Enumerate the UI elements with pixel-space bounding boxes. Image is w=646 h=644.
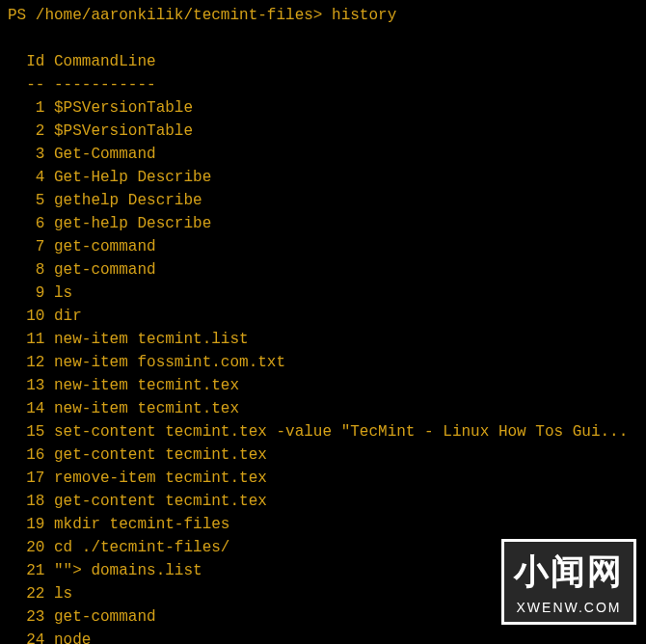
history-entry: 17 remove-item tecmint.tex [8,470,267,487]
history-entry: 10 dir [8,308,82,325]
history-entry: 24 node [8,631,91,644]
prompt-path: /home/aaronkilik/tecmint-files [36,7,313,24]
history-entry: 19 mkdir tecmint-files [8,516,229,533]
prompt-arrow: > [313,7,332,24]
prompt-line-1: PS /home/aaronkilik/tecmint-files> histo… [8,7,396,24]
watermark-sub-text: XWENW.COM [514,598,624,618]
history-entry: 7 get-command [8,238,156,255]
history-entry: 4 Get-Help Describe [8,169,211,186]
history-entry: 5 gethelp Describe [8,192,202,209]
history-entry: 21 ""> domains.list [8,562,202,579]
prompt-ps: PS [8,7,36,24]
history-entry: 13 new-item tecmint.tex [8,377,239,394]
history-entry: 20 cd ./tecmint-files/ [8,539,229,556]
watermark-main-text: 小闻网 [514,546,624,598]
history-entry: 6 get-help Describe [8,215,211,232]
history-entry: 3 Get-Command [8,146,156,163]
watermark-badge: 小闻网 XWENW.COM [501,539,636,625]
history-entry: 23 get-command [8,608,156,626]
history-entry: 15 set-content tecmint.tex -value "TecMi… [8,423,628,441]
prompt-command: history [332,7,396,24]
history-entry: 1 $PSVersionTable [8,99,193,117]
history-entry: 22 ls [8,585,72,603]
history-entry: 11 new-item tecmint.list [8,331,249,348]
history-entry: 14 new-item tecmint.tex [8,400,239,417]
history-separator: -- ----------- [8,76,156,94]
history-header: Id CommandLine [8,53,156,70]
history-entry: 16 get-content tecmint.tex [8,446,267,464]
history-entry: 2 $PSVersionTable [8,122,193,140]
history-entry: 9 ls [8,284,72,302]
history-entry: 12 new-item fossmint.com.txt [8,354,285,371]
history-entry: 8 get-command [8,261,156,279]
history-entry: 18 get-content tecmint.tex [8,493,267,510]
